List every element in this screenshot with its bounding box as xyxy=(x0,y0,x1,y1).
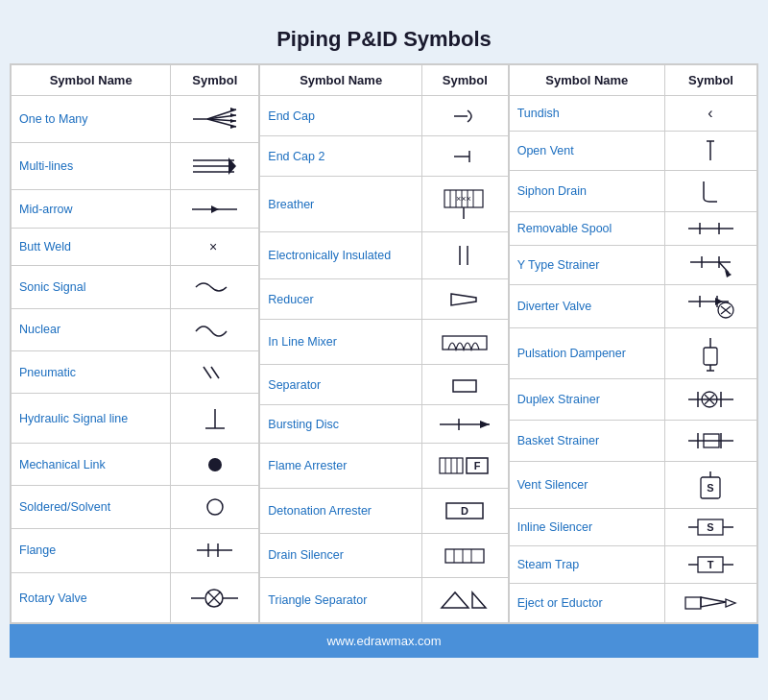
svg-marker-43 xyxy=(451,294,476,305)
flame-arrester-icon: F xyxy=(436,452,493,479)
table-row: Reducer xyxy=(260,279,508,320)
svg-marker-62 xyxy=(442,592,468,608)
symbol-cell xyxy=(665,132,757,171)
open-vent-icon xyxy=(699,137,722,164)
symbol-name: Flange xyxy=(12,528,171,573)
symbol-name: Drain Silencer xyxy=(260,533,422,578)
table-row: End Cap xyxy=(260,96,508,136)
main-container: Piping P&ID Symbols Symbol Name Symbol O… xyxy=(10,10,758,658)
symbol-name: Mechanical Link xyxy=(12,443,171,485)
svg-text:×××: ××× xyxy=(456,194,471,204)
symbol-name: Steam Trap xyxy=(509,546,664,584)
y-type-strainer-icon xyxy=(686,252,734,278)
table-row: Flame Arrester F xyxy=(260,444,508,489)
symbol-name: Electronically Insulated xyxy=(260,232,422,279)
symbol-name: End Cap 2 xyxy=(260,136,422,177)
symbol-cell xyxy=(171,486,259,528)
table3-header-symbol: Symbol xyxy=(665,65,757,96)
table-row: Triangle Separator xyxy=(260,578,508,623)
table-row: Butt Weld × xyxy=(12,228,259,266)
svg-rect-107 xyxy=(685,597,701,609)
tables-wrapper: Symbol Name Symbol One to Many xyxy=(10,63,758,624)
symbol-name: Basket Strainer xyxy=(509,421,664,462)
symbol-name: Flame Arrester xyxy=(260,444,422,489)
symbol-cell: T xyxy=(665,546,757,584)
svg-point-21 xyxy=(207,499,223,515)
bursting-disc-icon xyxy=(436,414,493,435)
svg-marker-6 xyxy=(230,113,236,117)
svg-text:F: F xyxy=(474,460,481,471)
symbol-name: Reducer xyxy=(260,279,422,320)
table-row: Pneumatic xyxy=(12,351,259,394)
symbol-name: Multi-lines xyxy=(12,143,171,190)
symbol-name: Duplex Strainer xyxy=(509,379,664,421)
table-row: Bursting Disc xyxy=(260,405,508,444)
symbol-name: Siphon Drain xyxy=(509,171,664,212)
svg-marker-49 xyxy=(480,421,490,428)
symbol-name: Sonic Signal xyxy=(12,266,171,308)
symbol-cell xyxy=(665,584,757,623)
end-cap2-icon xyxy=(450,145,479,168)
tundish-icon: ‹ xyxy=(699,102,722,125)
symbol-name: Pulsation Dampener xyxy=(509,328,664,379)
table-row: Siphon Drain xyxy=(509,171,756,212)
symbol-cell xyxy=(171,143,259,190)
symbol-name: Separator xyxy=(260,365,422,405)
svg-marker-109 xyxy=(726,599,735,607)
table-row: Basket Strainer xyxy=(509,421,756,462)
reducer-icon xyxy=(445,288,484,311)
svg-line-16 xyxy=(204,367,211,378)
table-row: Multi-lines xyxy=(12,143,259,190)
mid-arrow-icon xyxy=(188,200,241,219)
table-row: Hydraulic Signal line xyxy=(12,394,259,444)
table-row: Mechanical Link xyxy=(12,443,259,485)
drain-silencer-icon xyxy=(441,542,489,568)
symbol-cell xyxy=(421,405,508,444)
symbol-cell xyxy=(171,351,259,394)
table-row: Separator xyxy=(260,365,508,405)
svg-marker-14 xyxy=(211,205,219,213)
table-2: Symbol Name Symbol End Cap End Cap 2 xyxy=(259,64,508,623)
multi-lines-icon xyxy=(188,153,241,180)
electronically-insulated-icon xyxy=(450,241,479,270)
svg-line-17 xyxy=(211,367,219,378)
svg-text:×: × xyxy=(209,239,217,254)
separator-icon xyxy=(445,374,484,397)
table-row: Rotary Valve xyxy=(12,573,259,623)
triangle-separator-icon xyxy=(436,587,493,614)
table2-header-name: Symbol Name xyxy=(260,65,422,96)
symbol-cell xyxy=(665,421,757,462)
symbol-name: End Cap xyxy=(260,96,422,136)
table-row: Vent Silencer S xyxy=(509,462,756,509)
table-row: Tundish ‹ xyxy=(509,96,756,132)
svg-rect-83 xyxy=(704,348,717,365)
symbol-name: Soldered/Solvent xyxy=(12,486,171,528)
table-row: Detonation Arrester D xyxy=(260,488,508,533)
table-row: Drain Silencer xyxy=(260,533,508,578)
svg-text:D: D xyxy=(461,505,468,517)
symbol-name: Mid-arrow xyxy=(12,190,171,229)
table-row: Pulsation Dampener xyxy=(509,328,756,379)
butt-weld-icon: × xyxy=(196,237,234,256)
symbol-cell xyxy=(421,279,508,320)
symbol-cell xyxy=(421,365,508,405)
symbol-name: Triangle Separator xyxy=(260,578,422,623)
table-row: Eject or Eductor xyxy=(509,584,756,623)
hydraulic-signal-icon xyxy=(201,404,229,433)
svg-marker-74 xyxy=(725,270,732,278)
breather-icon: ××× xyxy=(439,186,492,223)
svg-marker-63 xyxy=(472,592,486,608)
table-row: In Line Mixer xyxy=(260,320,508,365)
symbol-name: Removable Spool xyxy=(509,212,664,246)
svg-rect-45 xyxy=(453,380,476,392)
symbol-name: Pneumatic xyxy=(12,351,171,394)
symbol-cell xyxy=(171,96,259,143)
table-row: Steam Trap T xyxy=(509,546,756,584)
symbol-cell xyxy=(665,246,757,285)
table-3: Symbol Name Symbol Tundish ‹ Open Vent xyxy=(509,64,757,623)
symbol-cell xyxy=(421,533,508,578)
symbol-cell: ××× xyxy=(421,177,508,232)
symbol-name: Open Vent xyxy=(509,132,664,171)
symbol-cell: S xyxy=(665,462,757,509)
symbol-name: Rotary Valve xyxy=(12,573,171,623)
